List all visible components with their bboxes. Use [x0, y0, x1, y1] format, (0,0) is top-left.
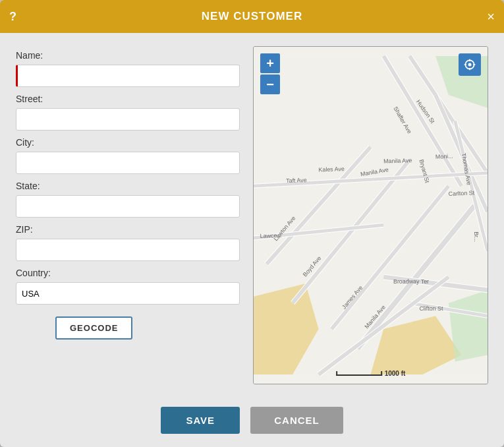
save-button[interactable]: SAVE: [161, 407, 240, 434]
svg-text:Kales Ave: Kales Ave: [318, 165, 345, 173]
locate-button[interactable]: [459, 53, 481, 76]
svg-text:Lawce...: Lawce...: [260, 232, 282, 239]
zip-label: ZIP:: [16, 224, 240, 235]
svg-text:Broadway Ter: Broadway Ter: [393, 278, 429, 285]
svg-text:Carlton St: Carlton St: [449, 190, 475, 197]
dialog-footer: SAVE CANCEL: [0, 398, 504, 447]
street-label: Street:: [16, 94, 240, 104]
scale-bar: 1000 ft: [336, 370, 406, 377]
locate-icon: [463, 58, 476, 71]
svg-point-50: [468, 63, 472, 67]
state-label: State:: [16, 181, 240, 191]
street-input[interactable]: [16, 108, 240, 131]
zip-input[interactable]: [16, 239, 240, 261]
country-input[interactable]: [16, 282, 240, 305]
map-background: Lawton Ave Boyd Ave James Ave Manila Ave…: [254, 47, 488, 384]
new-customer-dialog: ? NEW CUSTOMER × Name: Street: City: Sta…: [0, 0, 504, 447]
form-section: Name: Street: City: State: ZIP: Country:…: [16, 46, 240, 384]
geocode-button[interactable]: GEOCODE: [55, 316, 132, 340]
name-label: Name:: [16, 50, 240, 61]
dialog-header: ? NEW CUSTOMER ×: [0, 0, 504, 33]
map-zoom-controls: + −: [260, 53, 280, 94]
svg-text:Br...: Br...: [473, 231, 480, 242]
svg-text:Manila Ave: Manila Ave: [383, 157, 412, 165]
cancel-button[interactable]: CANCEL: [250, 407, 343, 434]
map-svg: Lawton Ave Boyd Ave James Ave Manila Ave…: [254, 47, 488, 384]
help-button[interactable]: ?: [9, 10, 16, 24]
zoom-in-button[interactable]: +: [260, 53, 280, 73]
zoom-out-button[interactable]: −: [260, 74, 280, 94]
state-input[interactable]: [16, 195, 240, 218]
country-label: Country:: [16, 268, 240, 278]
svg-text:Taft Ave: Taft Ave: [286, 177, 307, 184]
dialog-body: Name: Street: City: State: ZIP: Country:…: [0, 33, 504, 398]
svg-text:Moni...: Moni...: [435, 153, 453, 160]
dialog-title: NEW CUSTOMER: [202, 10, 302, 23]
scale-label: 1000 ft: [385, 370, 406, 377]
name-input[interactable]: [16, 65, 240, 87]
city-label: City:: [16, 137, 240, 148]
close-button[interactable]: ×: [487, 10, 495, 23]
city-input[interactable]: [16, 152, 240, 174]
map-section: Lawton Ave Boyd Ave James Ave Manila Ave…: [253, 46, 488, 384]
svg-text:Clifton St: Clifton St: [419, 305, 443, 312]
